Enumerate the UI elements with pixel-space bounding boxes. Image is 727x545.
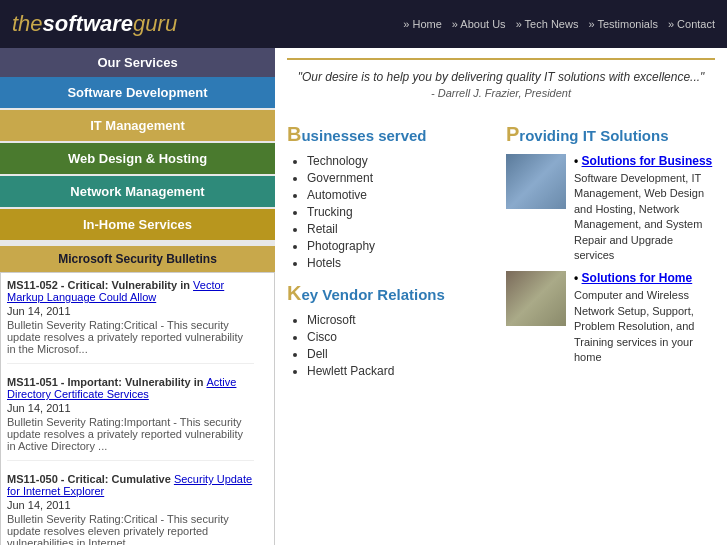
list-item: Dell: [307, 347, 496, 361]
bulletin-entry: MS11-050 - Critical: Cumulative Security…: [7, 473, 254, 545]
list-item: Cisco: [307, 330, 496, 344]
sidebar: Our Services Software Development IT Man…: [0, 48, 275, 545]
bulletin-scroll[interactable]: MS11-052 - Critical: Vulnerability in Ve…: [1, 273, 274, 545]
nav-testimonials[interactable]: » Testimonials: [588, 18, 658, 30]
home-image: [506, 271, 566, 326]
left-column: Businesses served Technology Government …: [287, 123, 496, 390]
list-item: Trucking: [307, 205, 496, 219]
nav-technews[interactable]: » Tech News: [516, 18, 579, 30]
businesses-letter: B: [287, 123, 301, 145]
quote-text: "Our desire is to help you by delivering…: [287, 70, 715, 84]
logo: thesoftwareguru: [12, 11, 177, 37]
bulletin-entry: MS11-051 - Important: Vulnerability in A…: [7, 376, 254, 461]
list-item: Automotive: [307, 188, 496, 202]
nav-links: » Home » About Us » Tech News » Testimon…: [403, 18, 715, 30]
bulletin-link[interactable]: Vector Markup Language Could Allow: [7, 279, 224, 303]
quote-area: "Our desire is to help you by delivering…: [287, 58, 715, 109]
bulletin-date: Jun 14, 2011: [7, 499, 254, 511]
header: thesoftwareguru » Home » About Us » Tech…: [0, 0, 727, 48]
logo-guru: guru: [133, 11, 177, 37]
main-layout: Our Services Software Development IT Man…: [0, 48, 727, 545]
solution-home-row: • Solutions for Home Computer and Wirele…: [506, 271, 715, 365]
businesses-heading-rest: usinesses served: [301, 127, 426, 144]
solutions-for-home-link[interactable]: Solutions for Home: [582, 271, 693, 285]
menu-it-management[interactable]: IT Management: [0, 110, 275, 141]
bulletin-title-line: MS11-052 - Critical: Vulnerability in Ve…: [7, 279, 254, 303]
business-image: [506, 154, 566, 209]
list-item: Government: [307, 171, 496, 185]
solution-business-desc: Software Development, IT Management, Web…: [574, 171, 715, 263]
list-item: Microsoft: [307, 313, 496, 327]
providing-heading-rest: roviding IT Solutions: [519, 127, 668, 144]
logo-the: the: [12, 11, 43, 37]
list-item: Hotels: [307, 256, 496, 270]
solution-business-text: • Solutions for Business Software Develo…: [574, 154, 715, 263]
vendor-section: Key Vendor Relations Microsoft Cisco Del…: [287, 282, 496, 378]
menu-in-home[interactable]: In-Home Services: [0, 209, 275, 240]
solution-business-row: • Solutions for Business Software Develo…: [506, 154, 715, 263]
bulletin-date: Jun 14, 2011: [7, 402, 254, 414]
providing-heading: Providing IT Solutions: [506, 123, 715, 146]
menu-software-development[interactable]: Software Development: [0, 77, 275, 108]
menu-web-design[interactable]: Web Design & Hosting: [0, 143, 275, 174]
bulletin-link[interactable]: Active Directory Certificate Services: [7, 376, 236, 400]
bulletin-title-line: MS11-050 - Critical: Cumulative Security…: [7, 473, 254, 497]
bulletin-title: Microsoft Security Bulletins: [0, 246, 275, 272]
bulletin-area: MS11-052 - Critical: Vulnerability in Ve…: [0, 272, 275, 545]
bulletin-desc: Bulletin Severity Rating:Important - Thi…: [7, 416, 254, 452]
solution-home-title: • Solutions for Home: [574, 271, 715, 285]
bulletin-date: Jun 14, 2011: [7, 305, 254, 317]
right-column: Providing IT Solutions • Solutions for B…: [506, 123, 715, 390]
vendor-letter: K: [287, 282, 301, 304]
solution-home-text: • Solutions for Home Computer and Wirele…: [574, 271, 715, 365]
bulletin-desc: Bulletin Severity Rating:Critical - This…: [7, 319, 254, 355]
solution-business-title: • Solutions for Business: [574, 154, 715, 168]
solution-home-desc: Computer and Wireless Network Setup, Sup…: [574, 288, 715, 365]
list-item: Hewlett Packard: [307, 364, 496, 378]
vendor-heading-rest: ey Vendor Relations: [301, 286, 444, 303]
nav-contact[interactable]: » Contact: [668, 18, 715, 30]
providing-letter: P: [506, 123, 519, 145]
services-title: Our Services: [0, 48, 275, 77]
vendor-list: Microsoft Cisco Dell Hewlett Packard: [287, 313, 496, 378]
solutions-for-business-link[interactable]: Solutions for Business: [582, 154, 713, 168]
list-item: Technology: [307, 154, 496, 168]
list-item: Photography: [307, 239, 496, 253]
businesses-heading: Businesses served: [287, 123, 496, 146]
quote-author: - Darrell J. Frazier, President: [287, 87, 715, 99]
bulletin-link[interactable]: Security Update for Internet Explorer: [7, 473, 252, 497]
logo-software: software: [43, 11, 133, 37]
businesses-list: Technology Government Automotive Truckin…: [287, 154, 496, 270]
menu-network-management[interactable]: Network Management: [0, 176, 275, 207]
bulletin-desc: Bulletin Severity Rating:Critical - This…: [7, 513, 254, 545]
nav-about[interactable]: » About Us: [452, 18, 506, 30]
two-columns: Businesses served Technology Government …: [287, 123, 715, 390]
nav-home[interactable]: » Home: [403, 18, 442, 30]
main-content: "Our desire is to help you by delivering…: [275, 48, 727, 545]
list-item: Retail: [307, 222, 496, 236]
bulletin-entry: MS11-052 - Critical: Vulnerability in Ve…: [7, 279, 254, 364]
bulletin-title-line: MS11-051 - Important: Vulnerability in A…: [7, 376, 254, 400]
vendor-heading: Key Vendor Relations: [287, 282, 496, 305]
